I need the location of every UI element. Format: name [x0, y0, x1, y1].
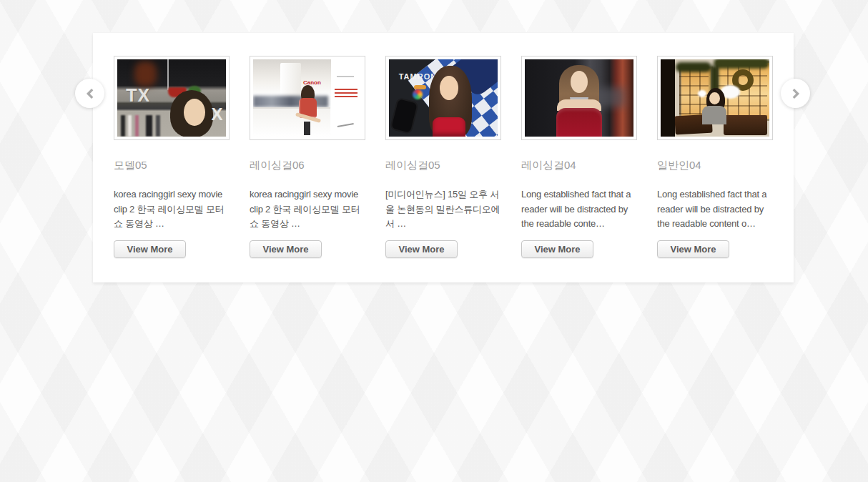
carousel-panel: TX X 모델05 korea racinggirl sexy movie cl… — [93, 33, 794, 282]
photo-shape — [253, 96, 328, 107]
card-title: 일반인04 — [657, 159, 773, 172]
card-thumbnail-frame[interactable]: TX X — [114, 56, 230, 140]
card-ordinary04: 일반인04 Long established fact that a reade… — [657, 56, 773, 258]
photo-shape — [121, 115, 167, 137]
card-title: 레이싱걸04 — [521, 159, 637, 172]
card-photo: Canon — [253, 59, 362, 137]
photo-shape — [433, 117, 465, 137]
card-racinggirl04: 레이싱걸04 Long established fact that a read… — [521, 56, 637, 258]
photo-shape — [280, 63, 301, 99]
photo-shape — [724, 115, 767, 135]
photo-shape — [391, 99, 417, 133]
photo-shape — [698, 90, 706, 97]
card-title: 레이싱걸06 — [250, 159, 365, 172]
photo-shape — [304, 122, 310, 134]
photo-brand-text: TX — [126, 85, 150, 106]
card-title: 레이싱걸05 — [385, 159, 501, 172]
card-description: Long established fact that a reader will… — [657, 187, 773, 232]
photo-shape — [571, 71, 588, 93]
photo-shape — [661, 59, 675, 137]
photo-brand-text: X — [211, 104, 222, 124]
view-more-button[interactable]: View More — [657, 240, 729, 258]
chevron-right-icon — [790, 88, 802, 99]
card-description: korea racinggirl sexy movie clip 2 한국 레이… — [250, 187, 365, 232]
photo-brand-text: TAMRON — [399, 72, 437, 81]
card-description: [미디어인뉴스] 15일 오후 서울 논현동의 밀란스튜디오에서 … — [385, 187, 501, 232]
photo-shape — [556, 108, 602, 137]
photo-shape — [134, 62, 156, 87]
card-description: korea racinggirl sexy movie clip 2 한국 레이… — [114, 187, 230, 232]
photo-shape — [414, 85, 426, 89]
card-description: Long established fact that a reader will… — [521, 187, 637, 232]
card-racinggirl06: Canon 레이싱걸06 korea racinggirl sexy movie… — [250, 56, 365, 258]
photo-shape — [337, 76, 354, 77]
photo-shape — [167, 59, 169, 90]
card-photo: TAMRON — [389, 59, 498, 137]
card-photo — [525, 59, 633, 137]
photo-shape — [335, 89, 357, 97]
view-more-button[interactable]: View More — [114, 240, 186, 258]
view-more-button[interactable]: View More — [250, 240, 322, 258]
photo-shape — [714, 59, 769, 69]
view-more-button[interactable]: View More — [385, 240, 458, 258]
card-photo — [661, 59, 769, 137]
page-background: { "colors": { "accent_red": "#c2201a", "… — [0, 0, 868, 482]
card-racinggirl05: TAMRON 레이싱걸05 [미디어인뉴스] 15일 오후 서울 논현동의 밀란… — [385, 56, 501, 258]
photo-shape — [702, 106, 726, 124]
carousel-prev-button[interactable] — [75, 79, 104, 108]
card-model05: TX X 모델05 korea racinggirl sexy movie cl… — [114, 56, 230, 258]
card-thumbnail-frame[interactable]: Canon — [250, 56, 365, 140]
card-thumbnail-frame[interactable] — [657, 56, 773, 140]
card-photo: TX X — [117, 59, 226, 137]
view-more-button[interactable]: View More — [521, 240, 593, 258]
card-thumbnail-frame[interactable]: TAMRON — [385, 56, 501, 140]
photo-shape — [676, 62, 711, 72]
photo-shape — [184, 99, 205, 126]
chevron-left-icon — [84, 88, 96, 99]
card-list: TX X 모델05 korea racinggirl sexy movie cl… — [114, 56, 773, 258]
carousel-next-button[interactable] — [781, 79, 810, 108]
card-title: 모델05 — [114, 159, 230, 172]
card-thumbnail-frame[interactable] — [521, 56, 637, 140]
